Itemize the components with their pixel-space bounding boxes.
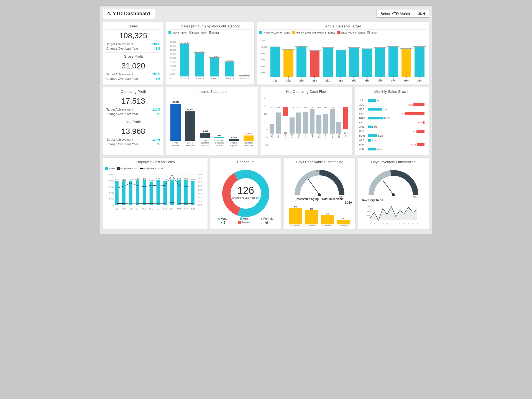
svg-text:J: J [395, 223, 396, 224]
np-target-row: Target Achievement 114% [105, 137, 161, 142]
svg-text:9.9%: 9.9% [170, 178, 174, 180]
cf-bar-MAY: 132 MAY [336, 98, 342, 146]
sbp-y-axis: 45,000 40,000 35,000 30,000 25,000 20,00… [170, 41, 176, 80]
svg-text:10000: 10000 [366, 210, 372, 212]
top-bar: 4. YTD Dashboard Select YTD Month JUN [103, 9, 429, 19]
dro-title: Days Receivable Outstanding [286, 160, 353, 165]
dro-aging-title: Receivable Aging Total Receivable [286, 198, 353, 201]
ec-title: Employee Cost vs Sales [105, 160, 205, 165]
svg-rect-21 [115, 181, 119, 205]
svg-text:7.2%: 7.2% [129, 179, 133, 181]
mg-row-SEP: SEP 9.6% [359, 107, 424, 111]
svg-text:180: 180 [413, 196, 418, 198]
kpi-panel-op-np: Operating Profit 17,513 Target Achieveme… [103, 87, 164, 155]
row-2: Operating Profit 17,513 Target Achieveme… [103, 87, 429, 155]
dashboard-title: 4. YTD Dashboard [103, 9, 155, 19]
svg-rect-30 [136, 180, 139, 205]
svg-text:DEC: DEC [149, 208, 153, 210]
svg-text:NOV: NOV [142, 208, 147, 210]
op-value: 17,513 [105, 97, 161, 106]
svg-text:N: N [386, 223, 388, 224]
svg-text:JUL: JUL [115, 208, 119, 210]
ytd-month-button[interactable]: Select YTD Month [377, 10, 414, 18]
svg-text:5.5%: 5.5% [115, 178, 119, 180]
svg-text:64: 64 [390, 170, 393, 173]
sales-value: 108,325 [105, 31, 161, 40]
svg-text:S: S [378, 223, 379, 224]
svg-text:180: 180 [339, 196, 344, 198]
mg-title: Monthly Sales Growth [357, 89, 427, 95]
svg-text:4.0%: 4.0% [198, 189, 202, 191]
sbp-bar-group-4: 5,4 Product 5 [238, 41, 251, 80]
gp-change-label: Change Over Last Year [106, 77, 138, 80]
svg-text:F: F [399, 223, 400, 224]
legend-below: Below Target [189, 31, 206, 34]
op-change-pct: 8% [156, 112, 160, 116]
gp-change-row: Change Over Last Year 6% [105, 76, 161, 81]
svg-text:6.0%: 6.0% [198, 181, 202, 183]
hc-total: 126 [232, 185, 260, 196]
cf-bar-JAN: 281 JAN [309, 98, 315, 146]
mg-row-MAY: MAY -5.2% [359, 143, 424, 147]
avt-bar-AUG: 8,600 AUG [282, 39, 295, 82]
cf-bar-SEP: -106 SEP [282, 98, 288, 146]
ec-sales-dot [105, 167, 108, 170]
legend-above: Above Target [168, 31, 186, 34]
svg-text:6,000: 6,000 [109, 186, 114, 188]
ec-svg: 02,0004,0006,0008,00010,0000.0%1.0%2.0%3… [105, 171, 205, 213]
svg-text:0: 0 [370, 196, 371, 198]
sales-target-pct: 101% [152, 42, 160, 46]
svg-text:AUG: AUG [122, 208, 126, 210]
svg-rect-45 [170, 180, 174, 205]
svg-text:1.0%: 1.0% [198, 200, 202, 202]
gp-target-row: Target Achievement 108% [105, 72, 161, 76]
avt-bar-DEC: 8,368 DEC [335, 39, 347, 82]
sbp-bars: 37,316 Product 1 27,285 Product 2 21,465… [178, 41, 251, 80]
svg-text:APR: APR [177, 208, 181, 210]
sales-change-row: Change Over Last Year 1% [105, 46, 161, 51]
kpi-panel-sales-gp: Sales 108,325 Target Achievement 101% Ch… [103, 22, 164, 85]
svg-text:O: O [382, 223, 383, 224]
svg-text:M: M [403, 223, 405, 224]
svg-rect-42 [163, 181, 167, 205]
cf-bar-AUG: 236 AUG [275, 98, 282, 146]
gp-value: 31,020 [105, 62, 161, 70]
svg-text:6.3%: 6.3% [156, 178, 160, 180]
legend-above-label: Above Target [172, 31, 186, 34]
above-target-dot [168, 31, 171, 34]
inc-bar-4: 4,389 FinanceExpense [228, 101, 240, 147]
legend-target-label: Target [212, 31, 219, 34]
hc-female-label: ■ Female 56 [261, 217, 273, 225]
sbp-legend: Above Target Below Target Target [168, 31, 252, 34]
hc-labels: ■ Male 70 Male Female ■ Female 56 [213, 217, 279, 225]
svg-rect-36 [150, 181, 153, 205]
avt-legend: Actual >=100% of Target Actual <100% and… [259, 31, 427, 34]
svg-line-64 [383, 180, 393, 195]
inc-bar-5: 13,968 Net ProfitBefore Tax [243, 101, 255, 147]
row-3: Employee Cost vs Sales Sales Employee Co… [103, 157, 429, 229]
svg-text:6.1%: 6.1% [184, 178, 188, 180]
svg-text:6.4%: 6.4% [177, 178, 181, 180]
op-target-label: Target Achievement [106, 108, 133, 111]
svg-text:0.0%: 0.0% [198, 204, 202, 206]
sbp-chart: 45,000 40,000 35,000 30,000 25,000 20,00… [168, 35, 252, 80]
cf-bar-OCT: 179 OCT [289, 98, 295, 146]
mg-row-JUN: JUN 5.3% [359, 147, 424, 151]
dro-card: Days Receivable Outstanding 0 93 180 [284, 157, 355, 229]
svg-text:5.0%: 5.0% [198, 185, 202, 187]
svg-rect-24 [122, 181, 126, 205]
mg-row-NOV: NOV 10.3% [359, 116, 424, 120]
avt-legend-gray [367, 31, 370, 34]
inc-bar-2: 13,507 TotalOperatingExpenses [199, 101, 211, 147]
below-target-dot [189, 31, 191, 34]
svg-text:A: A [408, 223, 409, 224]
inc-bar-3: 844 Other Non-OperatingIncome [213, 101, 225, 147]
svg-rect-51 [184, 180, 188, 205]
target-dot [209, 31, 211, 34]
cf-bar-JUL: 107 JUL [269, 98, 275, 146]
sales-by-product-title: Sales (Amount) by Product/Category [168, 24, 252, 30]
dro-bar-1: 405 <60 Days [305, 206, 319, 226]
avt-bar-SEP: 9,429 SEP [295, 39, 308, 82]
mg-row-OCT: OCT -13% [359, 112, 424, 116]
svg-text:6.3%: 6.3% [191, 178, 195, 180]
